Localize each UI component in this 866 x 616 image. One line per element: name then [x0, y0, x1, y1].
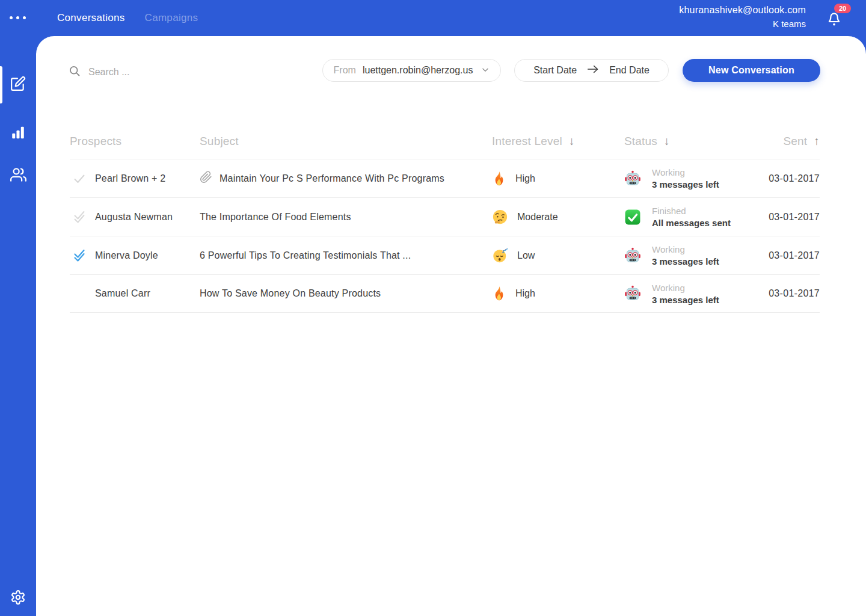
sidebar-item-conversations[interactable] [0, 66, 36, 103]
bell-icon [826, 19, 842, 29]
sidebar-item-settings[interactable] [0, 580, 36, 616]
compose-icon [10, 76, 26, 94]
header-sent[interactable]: Sent ↑ [764, 135, 820, 148]
subject-text: How To Save Money On Beauty Products [200, 288, 381, 299]
conversations-table: Prospects Subject Interest Level ↓ Statu… [70, 124, 820, 313]
sent-date: 03-01-2017 [764, 212, 820, 223]
robot-emoji [624, 285, 641, 302]
sidebar-item-analytics[interactable] [0, 115, 36, 152]
tab-campaigns[interactable]: Campaigns [145, 12, 198, 24]
from-filter-dropdown[interactable]: From luettgen.robin@herzog.us [322, 59, 501, 82]
search-box [69, 65, 227, 79]
sort-asc-icon: ↑ [814, 135, 820, 148]
status-label: Working [652, 244, 719, 254]
sent-date: 03-01-2017 [764, 288, 820, 299]
prospect-name: Pearl Brown + 2 [95, 173, 200, 184]
prospect-name: Minerva Doyle [95, 250, 200, 261]
sent-date: 03-01-2017 [764, 173, 820, 184]
status-detail: 3 messages left [652, 295, 719, 305]
sidebar-item-prospects[interactable] [0, 157, 36, 194]
notifications-button[interactable]: 20 [826, 9, 843, 28]
date-range-filter: Start Date End Date [514, 59, 669, 82]
thinking-face-emoji [492, 209, 508, 225]
prospect-name: Samuel Carr [95, 288, 200, 299]
sent-date: 03-01-2017 [764, 250, 820, 261]
end-date-field[interactable]: End Date [609, 65, 650, 76]
fire-emoji [492, 285, 506, 302]
status-detail: 3 messages left [652, 256, 719, 266]
header-subject: Subject [200, 135, 492, 148]
main-tabs: Conversations Campaigns [57, 0, 198, 36]
sidebar [0, 36, 36, 616]
account-team: K teams [679, 19, 806, 29]
start-date-field[interactable]: Start Date [533, 65, 577, 76]
green-check-emoji [624, 209, 641, 226]
from-value: luettgen.robin@herzog.us [363, 65, 473, 76]
header-interest-level[interactable]: Interest Level ↓ [492, 135, 624, 148]
account-email: khuranashivek@outlook.com [679, 5, 806, 16]
sleepy-face-emoji: z z z [492, 247, 508, 263]
table-row[interactable]: Pearl Brown + 2 Maintain Your Pc S Perfo… [70, 159, 820, 197]
status-detail: All messages sent [652, 218, 731, 228]
svg-text:z: z [506, 247, 508, 250]
chevron-down-icon [481, 66, 490, 76]
paperclip-icon [200, 171, 212, 186]
sort-desc-icon: ↓ [569, 135, 575, 148]
fire-emoji [492, 170, 506, 187]
status-label: Working [652, 283, 719, 293]
table-row[interactable]: Samuel Carr How To Save Money On Beauty … [70, 274, 820, 313]
interest-label: Low [517, 250, 535, 261]
robot-emoji [624, 170, 641, 187]
single-gray-check-icon [73, 172, 86, 185]
active-indicator [0, 66, 2, 103]
search-input[interactable] [88, 67, 227, 78]
robot-emoji [624, 247, 641, 264]
read-state-cell [70, 172, 95, 185]
status-label: Working [652, 167, 719, 177]
settings-icon [10, 590, 26, 608]
from-label: From [334, 65, 356, 76]
account-menu[interactable]: khuranashivek@outlook.com K teams [679, 5, 806, 29]
prospect-name: Augusta Newman [95, 212, 200, 223]
sort-desc-icon: ↓ [664, 135, 670, 148]
header-prospects: Prospects [70, 135, 200, 148]
interest-label: High [515, 288, 535, 299]
table-header: Prospects Subject Interest Level ↓ Statu… [70, 124, 820, 159]
search-icon [69, 65, 81, 79]
arrow-right-icon [587, 64, 599, 76]
double-gray-check-icon [73, 210, 86, 224]
subject-text: Maintain Your Pc S Performance With Pc P… [220, 173, 444, 184]
status-label: Finished [652, 206, 731, 216]
bar-chart-icon [10, 125, 26, 143]
header-status[interactable]: Status ↓ [624, 135, 764, 148]
read-state-cell [70, 210, 95, 224]
users-icon [10, 167, 26, 185]
new-conversation-button[interactable]: New Conversation [683, 59, 820, 82]
content-panel: From luettgen.robin@herzog.us Start Date… [36, 36, 866, 616]
more-menu-icon[interactable] [10, 16, 26, 19]
subject-text: 6 Powerful Tips To Creating Testimonials… [200, 250, 411, 261]
subject-text: The Importance Of Food Elements [200, 212, 351, 223]
tab-conversations[interactable]: Conversations [57, 12, 125, 24]
interest-label: Moderate [517, 212, 558, 223]
notification-badge: 20 [834, 4, 851, 13]
interest-label: High [515, 173, 535, 184]
read-state-cell [70, 248, 95, 263]
double-blue-check-icon [73, 248, 86, 263]
table-row[interactable]: Augusta Newman The Importance Of Food El… [70, 197, 820, 236]
status-detail: 3 messages left [652, 179, 719, 189]
topbar: Conversations Campaigns khuranashivek@ou… [0, 0, 866, 36]
table-row[interactable]: Minerva Doyle 6 Powerful Tips To Creatin… [70, 236, 820, 274]
